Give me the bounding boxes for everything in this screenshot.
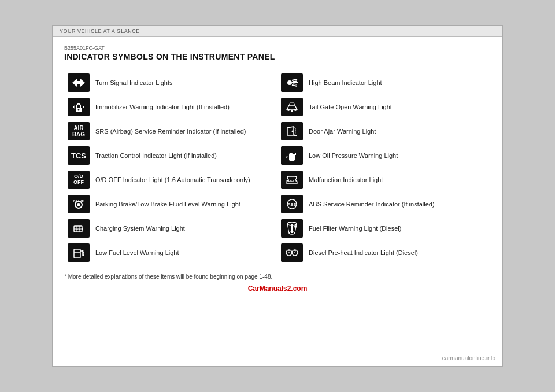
svg-point-35 xyxy=(294,225,297,228)
diesel-label: Diesel Pre-heat Indicator Light (Diesel) xyxy=(309,249,418,257)
abs-icon: ABS xyxy=(281,195,303,213)
fuel-icon xyxy=(68,243,90,262)
od-icon: O/D OFF xyxy=(68,171,90,189)
svg-point-24 xyxy=(294,109,297,111)
svg-rect-8 xyxy=(82,228,83,230)
charging-label: Charging System Warning Light xyxy=(95,224,185,232)
svg-line-19 xyxy=(292,79,297,80)
diesel-icon xyxy=(281,243,303,262)
brake-label: Parking Brake/Low Brake Fluid Level Warn… xyxy=(95,200,240,208)
tcs-label: Traction Control Indicator Light (If ins… xyxy=(95,151,217,160)
airbag-icon: AIR BAG xyxy=(68,122,90,140)
list-item: ABS ABS Service Reminder Indicator (If i… xyxy=(278,192,491,216)
list-item: Immobilizer Warning Indicator Light (If … xyxy=(64,95,278,119)
svg-line-22 xyxy=(293,84,297,84)
svg-line-20 xyxy=(292,85,297,86)
turn-signal-label: Turn Signal Indicator Lights xyxy=(95,79,173,87)
svg-text:CHECK: CHECK xyxy=(286,179,298,183)
indicators-grid: Turn Signal Indicator Lights Immobilize xyxy=(64,71,491,265)
doc-id: B255A01FC-GAT xyxy=(64,45,491,51)
svg-text:ABS: ABS xyxy=(288,202,297,206)
tcs-icon: TCS xyxy=(68,146,90,165)
svg-line-21 xyxy=(293,81,297,82)
top-bar: YOUR VEHICLE AT A GLANCE xyxy=(53,26,502,37)
list-item: O/D OFF O/D OFF Indicator Light (1.6 Aut… xyxy=(64,168,278,192)
list-item: High Beam Indicator Light xyxy=(278,71,491,95)
door-label: Door Ajar Warning Light xyxy=(309,127,376,135)
page-title: INDICATOR SYMBOLS ON THE INSTRUMENT PANE… xyxy=(64,52,491,61)
tailgate-icon xyxy=(281,98,303,116)
oil-label: Low Oil Pressure Warning Light xyxy=(309,151,398,160)
filter-icon xyxy=(281,219,303,238)
brake-icon: BRAKE xyxy=(68,195,90,213)
svg-point-16 xyxy=(82,250,84,252)
svg-text:+: + xyxy=(76,227,78,231)
fuel-label: Low Fuel Level Warning Light xyxy=(95,249,179,257)
svg-point-3 xyxy=(78,109,80,111)
svg-text:BRAKE: BRAKE xyxy=(73,199,84,203)
list-item: Low Fuel Level Warning Light xyxy=(64,241,278,265)
content: B255A01FC-GAT INDICATOR SYMBOLS ON THE I… xyxy=(53,37,502,298)
list-item: Tail Gate Open Warning Light xyxy=(278,95,491,119)
list-item: Turn Signal Indicator Lights xyxy=(64,71,278,95)
footnote: * More detailed explanations of these it… xyxy=(64,271,491,280)
svg-point-5 xyxy=(77,203,80,206)
svg-point-23 xyxy=(287,109,290,111)
list-item: + - Charging System Warning Light xyxy=(64,216,278,241)
airbag-label: SRS (Airbag) Service Reminder Indicator … xyxy=(95,127,246,135)
svg-point-17 xyxy=(287,80,292,85)
turn-signal-icon xyxy=(68,73,90,92)
oil-icon xyxy=(281,146,303,165)
charging-icon: + - xyxy=(68,219,90,238)
abs-label: ABS Service Reminder Indicator (If insta… xyxy=(309,200,435,208)
right-column: High Beam Indicator Light Tail Gate Ope xyxy=(278,71,491,265)
svg-rect-14 xyxy=(74,249,80,258)
svg-point-27 xyxy=(292,131,294,132)
top-bar-text: YOUR VEHICLE AT A GLANCE xyxy=(60,28,140,34)
door-icon xyxy=(281,122,303,140)
tailgate-label: Tail Gate Open Warning Light xyxy=(309,103,392,111)
page-container: YOUR VEHICLE AT A GLANCE B255A01FC-GAT I… xyxy=(52,25,503,367)
list-item: Fuel Filter Warning Light (Diesel) xyxy=(278,216,491,241)
highbeam-icon xyxy=(281,73,303,92)
list-item: Low Oil Pressure Warning Light xyxy=(278,143,491,168)
filter-label: Fuel Filter Warning Light (Diesel) xyxy=(309,224,401,232)
od-label: O/D OFF Indicator Light (1.6 Automatic T… xyxy=(95,176,250,184)
highbeam-label: High Beam Indicator Light xyxy=(309,79,382,87)
malfunction-icon: CHECK xyxy=(281,171,303,189)
list-item: CHECK Malfunction Indicator Light xyxy=(278,168,491,192)
left-column: Turn Signal Indicator Lights Immobilize xyxy=(64,71,278,265)
watermark: CarManuals2.com xyxy=(64,284,491,293)
list-item: Door Ajar Warning Light xyxy=(278,119,491,143)
immobilizer-icon xyxy=(68,98,90,116)
list-item: BRAKE Parking Brake/Low Brake Fluid Leve… xyxy=(64,192,278,216)
list-item: Diesel Pre-heat Indicator Light (Diesel) xyxy=(278,241,491,265)
malfunction-label: Malfunction Indicator Light xyxy=(309,176,383,184)
svg-marker-1 xyxy=(78,79,85,87)
immobilizer-label: Immobilizer Warning Indicator Light (If … xyxy=(95,103,230,111)
bottom-text: carmanualonline.info xyxy=(442,355,495,361)
list-item: TCS Traction Control Indicator Light (If… xyxy=(64,143,278,168)
list-item: AIR BAG SRS (Airbag) Service Reminder In… xyxy=(64,119,278,143)
